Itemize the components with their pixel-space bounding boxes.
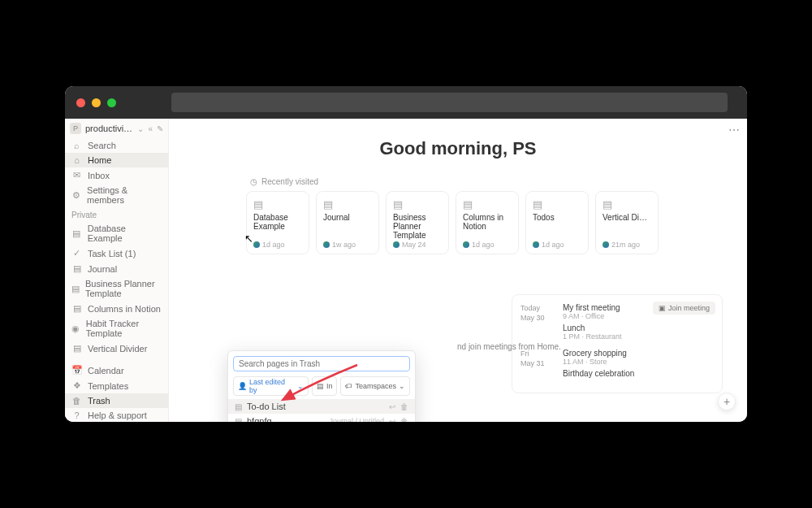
card-title: Journal — [323, 213, 372, 241]
schedule-date: FriMay 31 — [520, 349, 553, 381]
schedule-day: FriMay 31Grocery shopping11 AM · StoreBi… — [520, 349, 714, 381]
nav-templates[interactable]: ❖Templates — [65, 378, 168, 393]
chevron-down-icon: ⌄ — [399, 382, 405, 390]
recent-card[interactable]: ▤Database Example1d ago — [246, 191, 309, 254]
window-close-dot[interactable] — [76, 98, 85, 107]
new-page-fab[interactable]: + — [718, 393, 736, 410]
filter-last-edited-label: Last edited by — [249, 378, 295, 394]
recent-cards: ▤Database Example1d ago▤Journal1w ago▤Bu… — [246, 191, 747, 254]
avatar-dot — [463, 241, 469, 248]
trash-search-input[interactable] — [233, 356, 410, 371]
nav-calendar[interactable]: 📅Calendar — [65, 363, 168, 378]
recent-card[interactable]: ▤Vertical Di…21m ago — [595, 191, 659, 254]
card-title: Columns in Notion — [463, 213, 512, 241]
recent-card[interactable]: ▤Journal1w ago — [316, 191, 379, 254]
avatar-dot — [603, 241, 609, 248]
page-icon: ▤ — [463, 198, 512, 211]
sidebar-page[interactable]: ◉Habit Tracker Template — [65, 316, 168, 341]
recent-card[interactable]: ▤Todos1d ago — [525, 191, 589, 254]
sidebar-page[interactable]: ▤Vertical Divider — [65, 341, 168, 356]
page-icon: ▤ — [533, 198, 581, 211]
event-title: Lunch — [563, 323, 714, 332]
delete-icon[interactable]: 🗑 — [400, 402, 408, 411]
card-time: 21m ago — [611, 241, 640, 249]
nav-help[interactable]: ?Help & support — [65, 408, 168, 422]
sidebar-page-label: Business Planner Template — [85, 279, 162, 298]
card-time: 1w ago — [332, 241, 356, 249]
nav-settings[interactable]: ⚙Settings & members — [65, 183, 168, 207]
window-minimize-dot[interactable] — [92, 98, 101, 107]
sidebar-page[interactable]: ▤Business Planner Template — [65, 276, 168, 301]
join-meeting-button[interactable]: ▣Join meeting — [653, 302, 715, 315]
chevron-down-icon: ⌄ — [297, 382, 304, 390]
nav-settings-label: Settings & members — [87, 185, 162, 205]
url-bar[interactable] — [171, 93, 728, 112]
recent-card[interactable]: ▤Business Planner TemplateMay 24 — [386, 191, 449, 254]
nav-trash[interactable]: 🗑Trash — [65, 393, 168, 408]
trash-icon: 🗑 — [71, 396, 82, 406]
window-titlebar — [65, 86, 747, 119]
card-title: Database Example — [253, 213, 302, 241]
teamspace-icon: 🏷 — [345, 382, 352, 390]
card-time: 1d ago — [542, 241, 564, 249]
sidebar-page-label: Journal — [88, 264, 117, 274]
nav-inbox[interactable]: ✉Inbox — [65, 167, 168, 183]
page-icon: ▤ — [71, 228, 82, 239]
recently-visited-label: Recently visited — [261, 177, 318, 186]
sidebar-page[interactable]: ▤Database Example — [65, 221, 168, 245]
trash-item[interactable]: ▤To-do List↩🗑 — [228, 399, 415, 414]
restore-icon[interactable]: ↩ — [389, 402, 395, 411]
workspace-badge: P — [70, 123, 81, 134]
page-icon: ▤ — [71, 263, 82, 274]
page-icon: ▤ — [393, 198, 442, 211]
event-sub: 11 AM · Store — [563, 358, 714, 366]
greeting: Good morning, PS — [169, 138, 747, 159]
avatar-dot — [323, 241, 330, 248]
page-icon: ▤ — [235, 402, 242, 411]
card-time: May 24 — [402, 241, 426, 249]
sidebar-page-label: Database Example — [88, 224, 162, 243]
nav-home[interactable]: ⌂Home — [65, 153, 168, 167]
sidebar-page-label: Task List (1) — [88, 249, 136, 258]
event-title: Birthday celebration — [563, 369, 714, 378]
window-zoom-dot[interactable] — [107, 98, 116, 107]
trash-item-title: To-do List — [247, 402, 384, 411]
restore-icon[interactable]: ↩ — [389, 417, 395, 423]
card-title: Todos — [533, 213, 581, 241]
page-icon: ▤ — [317, 382, 324, 390]
filter-in[interactable]: ▤In — [312, 376, 338, 396]
video-icon: ▣ — [659, 304, 666, 312]
cursor-icon: ↖ — [244, 232, 253, 245]
clock-icon: ◷ — [250, 177, 257, 186]
event-title: Grocery shopping — [563, 349, 714, 358]
page-more-icon[interactable]: ⋯ — [728, 124, 741, 137]
sidebar-page[interactable]: ▤Journal — [65, 261, 168, 276]
sidebar-page[interactable]: ✓Task List (1) — [65, 245, 168, 261]
page-icon: ▤ — [253, 198, 302, 211]
sidebar-page[interactable]: ▤Columns in Notion — [65, 301, 168, 316]
sidebar-page-label: Columns in Notion — [88, 304, 161, 314]
recent-card[interactable]: ▤Columns in Notion1d ago — [456, 191, 519, 254]
nav-search[interactable]: ⌕Search — [65, 138, 168, 153]
calendar-icon: 📅 — [71, 365, 82, 376]
trash-item-title: hfgnfg — [247, 416, 324, 422]
workspace-switcher[interactable]: P productivity… ⌄ « ✎ — [65, 119, 168, 138]
page-icon: ✓ — [71, 248, 82, 258]
page-icon: ▤ — [323, 198, 372, 211]
avatar-dot — [253, 241, 260, 248]
chevron-down-icon: ⌄ — [137, 124, 144, 133]
schedule-date: TodayMay 30 — [520, 303, 553, 344]
page-icon: ▤ — [235, 417, 242, 423]
filter-teamspaces[interactable]: 🏷Teamspaces⌄ — [340, 376, 410, 396]
trash-item[interactable]: ▤hfgnfgJournal / Untitled↩🗑 — [228, 414, 415, 422]
compose-icon[interactable]: ✎ — [157, 124, 163, 133]
page-icon: ◉ — [71, 323, 80, 334]
nav-help-label: Help & support — [88, 410, 147, 420]
search-icon: ⌕ — [71, 141, 82, 150]
collapse-sidebar-icon[interactable]: « — [148, 124, 153, 133]
nav-search-label: Search — [88, 141, 116, 150]
delete-icon[interactable]: 🗑 — [400, 417, 408, 423]
filter-teamspaces-label: Teamspaces — [355, 382, 396, 390]
trash-item-path: Journal / Untitled — [329, 417, 384, 422]
filter-last-edited[interactable]: 👤Last edited by⌄ — [233, 376, 309, 396]
